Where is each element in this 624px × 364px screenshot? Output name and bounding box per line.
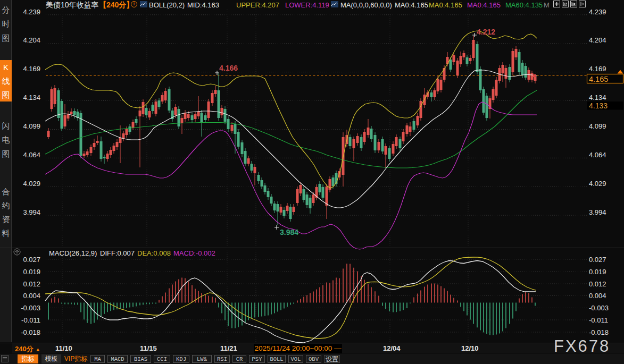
svg-text:4.099: 4.099 [589,122,606,130]
svg-text:4.212: 4.212 [477,28,495,36]
svg-text:3.994: 3.994 [589,208,606,216]
svg-text:-0.011: -0.011 [589,316,608,324]
svg-text:MACD:-0.002: MACD:-0.002 [173,249,215,257]
svg-text:0.012: 0.012 [23,280,40,288]
svg-text:MACD(26,12,9): MACD(26,12,9) [49,249,97,257]
svg-text:4.064: 4.064 [23,151,40,159]
svg-text:4.029: 4.029 [23,180,40,188]
svg-text:4.166: 4.166 [219,64,238,72]
svg-text:0.012: 0.012 [589,280,606,288]
svg-text:4.133: 4.133 [589,101,608,110]
svg-text:4.134: 4.134 [23,94,40,101]
svg-text:4.204: 4.204 [589,36,606,44]
svg-text:4.064: 4.064 [589,151,606,159]
svg-text:4.134: 4.134 [589,94,606,101]
svg-text:4.099: 4.099 [23,122,40,130]
svg-text:-0.011: -0.011 [21,316,40,324]
svg-text:0.027: 0.027 [589,256,606,264]
svg-text:4.204: 4.204 [23,36,40,44]
svg-text:DIFF:0.007: DIFF:0.007 [100,249,135,257]
svg-text:4.169: 4.169 [23,65,40,73]
svg-text:4.165: 4.165 [589,75,608,83]
svg-text:4.239: 4.239 [23,8,40,16]
svg-text:-0.003: -0.003 [21,304,40,312]
svg-text:-0.003: -0.003 [589,304,609,312]
svg-text:4.239: 4.239 [589,8,606,16]
svg-text:0.019: 0.019 [589,268,606,276]
svg-text:-0.018: -0.018 [21,328,40,336]
svg-text:3.984: 3.984 [280,228,298,236]
svg-text:4.169: 4.169 [589,65,606,73]
svg-text:0.019: 0.019 [23,268,40,276]
svg-text:4.029: 4.029 [589,180,606,188]
svg-text:-0.018: -0.018 [589,328,609,336]
svg-text:DEA:0.008: DEA:0.008 [137,249,171,257]
svg-text:3.994: 3.994 [23,208,40,216]
svg-text:0.027: 0.027 [23,256,40,264]
svg-text:0.004: 0.004 [589,292,606,300]
svg-text:0.004: 0.004 [23,292,40,300]
